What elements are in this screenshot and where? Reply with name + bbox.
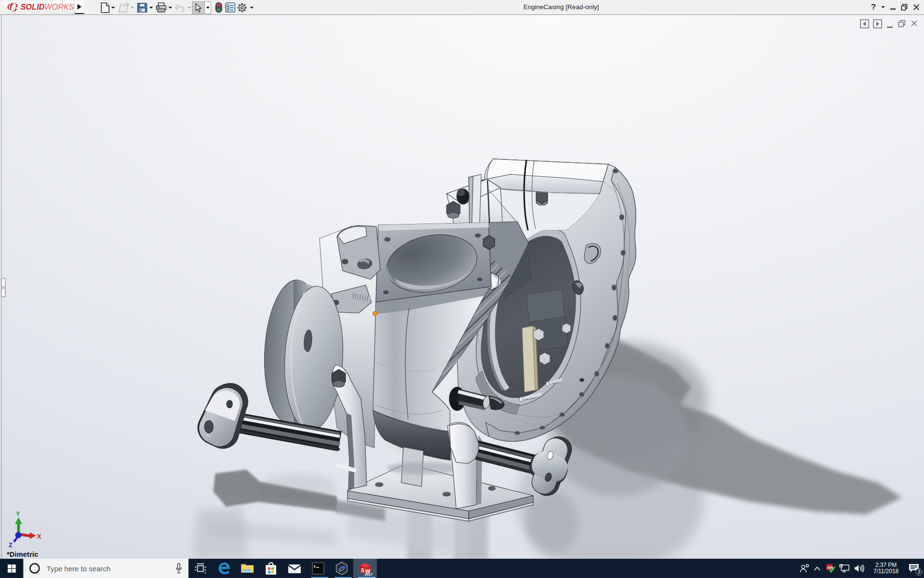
triad-z-label: Z (9, 541, 13, 549)
solidworks-window: Y X Z SOLIDWORKS (0, 0, 924, 578)
microphone-icon[interactable] (175, 563, 182, 574)
clock-date: 7/11/2018 (870, 568, 902, 575)
save-button[interactable] (137, 1, 147, 13)
document-title: EngineCasing [Read-only] (465, 0, 657, 14)
people-icon[interactable] (798, 564, 810, 573)
cortana-icon (29, 563, 40, 574)
volume-icon[interactable] (852, 564, 867, 573)
solidworks-tray-icon[interactable]: SW (824, 564, 837, 573)
new-document-button[interactable] (101, 1, 110, 13)
command-prompt-icon (312, 562, 324, 575)
minimize-button[interactable] (888, 0, 898, 14)
notification-badge: 3 (915, 568, 923, 576)
task-view-icon (194, 563, 206, 575)
next-document-button[interactable] (873, 19, 882, 30)
start-button[interactable] (0, 559, 23, 578)
toolbar-flyout-button[interactable] (75, 0, 84, 14)
view-orientation-label: *Dimetric (7, 551, 38, 558)
select-tool-button[interactable] (192, 2, 205, 13)
taskbar-clock[interactable]: 2:37 PM 7/11/2018 (870, 562, 902, 575)
undo-dropdown[interactable] (187, 1, 191, 13)
help-button[interactable]: ? (868, 0, 879, 14)
ds-logo-icon (6, 1, 20, 13)
document-restore-button[interactable] (898, 20, 906, 29)
hidden-icons-chevron[interactable] (810, 566, 824, 571)
select-tool-dropdown[interactable] (205, 2, 211, 13)
select-tool-group[interactable] (192, 1, 211, 14)
selection-marker[interactable] (373, 312, 377, 316)
solidworks-logo: SOLIDWORKS (4, 0, 75, 14)
sw-icon-letter-s: S (361, 567, 364, 573)
brand-text: SOLIDWORKS (21, 3, 74, 12)
sw-icon-year: 2017 (364, 572, 372, 576)
options-list-button[interactable] (225, 1, 235, 13)
print-button[interactable] (156, 1, 167, 13)
task-view-button[interactable] (189, 559, 212, 578)
help-dropdown[interactable] (880, 0, 886, 14)
action-center-button[interactable]: 3 (904, 559, 924, 578)
restore-button[interactable] (899, 0, 909, 14)
command-prompt-button[interactable] (306, 559, 330, 578)
open-button[interactable] (118, 1, 130, 13)
mail-button[interactable] (282, 559, 306, 578)
system-tray: SW 2:37 PM 7/11/2018 (798, 559, 924, 578)
document-minimize-button[interactable] (887, 23, 893, 31)
triad-y-label: Y (16, 510, 20, 517)
network-icon[interactable] (837, 564, 852, 573)
3d-viewer-icon (335, 562, 348, 575)
new-document-dropdown[interactable] (111, 1, 115, 13)
save-dropdown[interactable] (149, 1, 153, 13)
title-bar: SOLIDWORKS (0, 0, 924, 15)
edge-icon (218, 562, 231, 575)
mail-icon (288, 563, 301, 574)
close-button[interactable] (911, 0, 922, 14)
triad-x-label: X (37, 533, 41, 540)
settings-dropdown[interactable] (250, 1, 254, 13)
file-explorer-icon (241, 563, 254, 574)
print-dropdown[interactable] (168, 1, 172, 13)
store-button[interactable] (259, 559, 282, 578)
edge-browser-button[interactable] (212, 559, 236, 578)
rebuild-button[interactable] (215, 1, 222, 13)
search-placeholder: Type here to search (47, 565, 175, 573)
file-explorer-button[interactable] (235, 559, 259, 578)
solidworks-2017-icon: S W 2017 (358, 561, 372, 576)
settings-button[interactable] (237, 1, 247, 13)
undo-button[interactable] (175, 1, 186, 13)
open-dropdown[interactable] (130, 1, 134, 13)
3d-viewer-button[interactable] (330, 559, 353, 578)
windows-logo-icon (8, 565, 16, 573)
previous-document-button[interactable] (860, 19, 869, 30)
viewport-3d-scene[interactable]: Y X Z (0, 0, 924, 578)
solidworks-2017-button[interactable]: S W 2017 (353, 559, 377, 578)
store-icon (265, 562, 277, 575)
windows-taskbar: Type here to search (0, 559, 924, 578)
taskbar-search-box[interactable]: Type here to search (23, 559, 189, 578)
document-close-button[interactable] (911, 20, 918, 29)
